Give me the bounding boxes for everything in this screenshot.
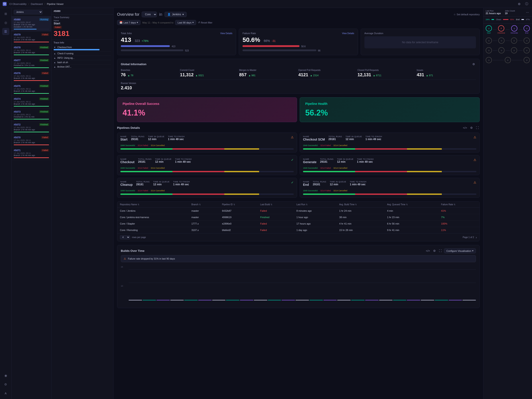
info-icon-btn[interactable]: ⓘ bbox=[524, 1, 529, 7]
nav-right: ⚙ ⓘ bbox=[516, 1, 529, 7]
trace-item-archive[interactable]: ▲ Archive UNT... bbox=[54, 65, 111, 69]
pipeline-item-5075[interactable]: #5075 Finished 17 Jun 2025, 09:11 Branch… bbox=[12, 83, 51, 96]
table-header-row: Repository Name ⇅ Branch ⇅ Pipeline ID ⇅… bbox=[117, 202, 480, 208]
node-gray-8[interactable]: ◎ bbox=[524, 47, 530, 53]
pipelines-settings-icon[interactable]: ⚙ bbox=[469, 126, 474, 130]
pipelines-expand-icon[interactable]: ⛶ bbox=[475, 126, 480, 130]
configure-vis-button[interactable]: Configure Visualisation ▾ bbox=[444, 248, 476, 253]
breadcrumb-dashboard[interactable]: Dashboard bbox=[31, 3, 43, 5]
node-gray-11[interactable]: ◎ bbox=[524, 57, 530, 63]
sidebar-list-icon[interactable]: ☰ bbox=[2, 28, 9, 35]
pipelines-code-icon[interactable]: </> bbox=[462, 126, 468, 130]
node-gray-9[interactable]: ◎ bbox=[486, 57, 492, 63]
pipeline-items: #5080 Running 17 Jun 2025, 09:47 Branch:… bbox=[12, 16, 51, 160]
reset-filter-button[interactable]: ↺ Reset filter bbox=[198, 21, 213, 24]
node-gray-1[interactable]: ◎ bbox=[486, 38, 492, 44]
avg-duration-card: Average Duration No data for selected ti… bbox=[361, 29, 480, 55]
chart-bar-group-9 bbox=[254, 300, 267, 300]
next-page-button[interactable]: › bbox=[476, 236, 477, 239]
closed-pr-stat: Closed Pull Requests 12,131 ▲ 8711 bbox=[358, 69, 417, 77]
node-gray-6[interactable]: ◎ bbox=[498, 47, 505, 53]
jenkins-icon: 👤 bbox=[167, 13, 171, 16]
rows-per-page-select[interactable]: 4 10 25 bbox=[120, 235, 130, 239]
node-gray-3[interactable]: ◎ bbox=[511, 38, 517, 44]
node-generate[interactable]: ◎ bbox=[511, 25, 517, 32]
table-row[interactable]: Core / Remoting 3107.x bfa6ed2 Failed 1 … bbox=[117, 227, 480, 234]
trace-item-checkout[interactable]: ▼ Checkout from bbox=[54, 45, 111, 51]
pipeline-card-checkout: NAME Checkout TOTAL RUNS 29181 TIME IN Q… bbox=[117, 155, 297, 175]
set-default-button[interactable]: ☆ Set default repository bbox=[454, 13, 480, 16]
failure-rate-view-details[interactable]: View Details bbox=[342, 32, 354, 35]
pipeline-item-5080[interactable]: #5080 Running 17 Jun 2025, 09:47 Branch:… bbox=[12, 16, 51, 32]
jenkins-select[interactable]: Jenkins bbox=[14, 10, 43, 14]
pipeline-item-5079[interactable]: #5079 Failed 17 Jun 2025, 09:11 Branch: … bbox=[12, 32, 51, 44]
node-start[interactable]: ◎ bbox=[486, 25, 492, 32]
col-avg-queued: Avg. Queued Time ⇅ bbox=[384, 202, 438, 208]
settings-icon-btn[interactable]: ⚙ bbox=[516, 1, 522, 7]
repo-selector[interactable]: Core bbox=[142, 12, 157, 17]
pipeline-item-5078[interactable]: #5078 Finished 17 Jun 2025, 09:11 Branch… bbox=[12, 44, 51, 57]
chart-bar-group-14 bbox=[323, 300, 337, 300]
sidebar-a-icon[interactable]: A bbox=[2, 390, 9, 397]
builds-code-icon[interactable]: </> bbox=[425, 249, 431, 253]
chart-bar-group-7 bbox=[226, 300, 239, 300]
jenkins-badge[interactable]: 👤 Jenkins ▾ bbox=[165, 12, 187, 17]
progress-bars bbox=[303, 171, 476, 172]
progress-bars bbox=[120, 171, 294, 172]
pipeline-item-5074[interactable]: #5074 Finished 17 Jun 2025, 09:11 Branch… bbox=[12, 96, 51, 109]
table-footer: 4 10 25 rows per page Page 1 of 2 › bbox=[117, 233, 480, 241]
failure-rate-label: Failure Rate bbox=[242, 32, 256, 35]
ai-insight-box: ⚠ Failure rate dropped by 31% in last 90… bbox=[121, 255, 476, 262]
node-gray-2[interactable]: ◎ bbox=[498, 38, 505, 44]
sidebar-grid-icon[interactable]: ⊞ bbox=[2, 10, 9, 17]
chart-bar-group-2 bbox=[157, 300, 170, 300]
pipeline-item-5071[interactable]: #5071 Failed 17 Jun 2025, 09:11 Branch: … bbox=[12, 147, 51, 160]
global-info-settings-icon[interactable]: ⚙ bbox=[471, 62, 476, 66]
trace-item-check[interactable]: ▲ Check if running bbox=[54, 51, 111, 56]
merges-stat: Merges to Master 857 ▲ 981 bbox=[239, 69, 298, 77]
pipeline-list-header: Jenkins bbox=[12, 8, 51, 16]
pipeline-item-5070[interactable]: #5070 Failed 17 Jun 2025, 09:11 Branch: … bbox=[12, 134, 51, 147]
sidebar-settings-icon[interactable]: ⚙ bbox=[2, 381, 9, 388]
chart-bar-group-17 bbox=[365, 300, 379, 300]
node-gray-10[interactable]: ◎ bbox=[505, 57, 511, 63]
pipeline-item-5076[interactable]: #5076 Failed 17 Jun 2025, 09:11 Branch: … bbox=[12, 70, 51, 83]
chart-bar-group-6 bbox=[212, 300, 226, 300]
total-jobs-view-details[interactable]: View Details bbox=[220, 32, 232, 35]
breadcrumb-ci[interactable]: CI Observability bbox=[9, 3, 27, 5]
pipeline-item-5073[interactable]: #5073 Finished 17 Jun 2025, 09:11 Finish… bbox=[12, 109, 51, 121]
calendar-icon: 📅 bbox=[120, 21, 123, 24]
time-range-filter[interactable]: 📅 Last 7 days ▾ bbox=[117, 20, 140, 25]
pipeline-grid: NAME Start TOTAL RUNS 29181 TIME IN QUEU… bbox=[117, 133, 480, 198]
chart-bar-group-20 bbox=[407, 300, 420, 300]
builds-settings-icon[interactable]: ⚙ bbox=[432, 249, 437, 253]
node-gray-5[interactable]: ◎ bbox=[486, 47, 492, 53]
chart-bar-group-13 bbox=[310, 300, 323, 300]
node-gray-7[interactable]: ◎ bbox=[511, 47, 517, 53]
progress-bars bbox=[303, 148, 476, 150]
pipeline-health-title: Pipeline Health bbox=[305, 102, 474, 106]
sidebar-user-icon[interactable]: ◉ bbox=[2, 372, 9, 379]
pipeline-item-5077[interactable]: #5077 Finished 17 Jun 2025, 09:11 Finish… bbox=[12, 57, 51, 70]
pipeline-item-5072[interactable]: #5072 Finished 17 Jun 2025, 09:11 Branch… bbox=[12, 121, 51, 134]
chart-bar-group-22 bbox=[435, 300, 448, 300]
progress-bars bbox=[120, 194, 294, 195]
node-end[interactable]: ◎ bbox=[524, 25, 530, 32]
pagination-info: Page 1 of 2 bbox=[463, 236, 474, 239]
builds-expand-icon[interactable]: ⛶ bbox=[438, 249, 443, 253]
graph-menu-icon[interactable]: ⋯ bbox=[525, 10, 530, 14]
comparison-filter[interactable]: Last 90 days ▾ bbox=[175, 20, 196, 25]
table-row[interactable]: Core / Stapler 1777.x e2896e0 Failed 17 … bbox=[117, 221, 480, 227]
total-jobs-value: 413 bbox=[121, 36, 131, 44]
node-checkout-scm[interactable]: ✗ bbox=[498, 25, 504, 32]
sidebar-search-icon[interactable]: ◎ bbox=[2, 19, 9, 26]
failure-rate-bar1 bbox=[242, 45, 299, 47]
table-row[interactable]: Core / Jenkins master 6432b87 Failed 8 m… bbox=[117, 208, 480, 214]
table-row[interactable]: Core / jenkins-test-harness master 49986… bbox=[117, 214, 480, 221]
node-gray-4[interactable]: ◎ bbox=[524, 38, 530, 44]
metric-cards: Total Jobs View Details 413 323 +78% 413… bbox=[117, 29, 480, 55]
trace-item-bash[interactable]: ▲ bash sh.sh bbox=[54, 60, 111, 65]
health-cards: Pipeline Overall Success 41.1% Pipeline … bbox=[117, 97, 480, 122]
trace-item-info[interactable]: ▲ INFO: Using ag... bbox=[54, 56, 111, 60]
trace-info-section: Trace Info ▼ Checkout from ▲ Check if ru… bbox=[51, 40, 113, 71]
